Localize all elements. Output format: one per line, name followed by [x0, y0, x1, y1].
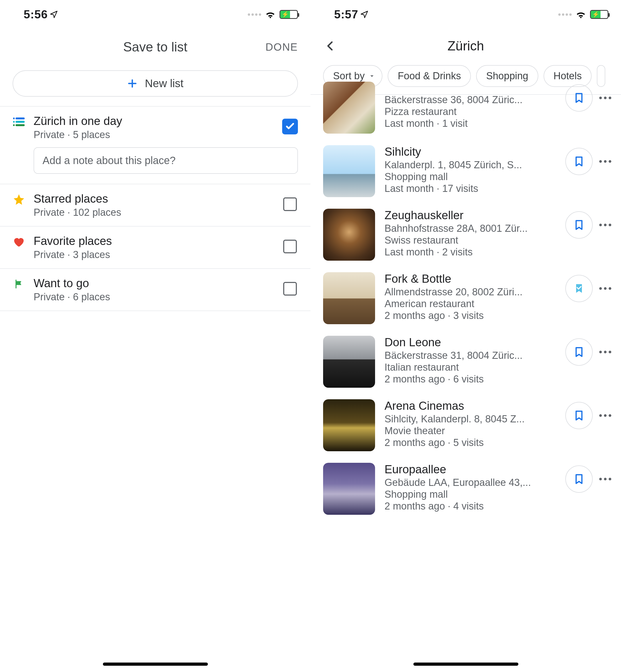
- bookmark-button[interactable]: [565, 84, 593, 112]
- place-meta: 2 months ago · 5 visits: [384, 437, 556, 448]
- bookmark-button[interactable]: [565, 465, 593, 493]
- place-row[interactable]: Europaallee Gebäude LAA, Europaallee 43,…: [310, 457, 621, 520]
- place-meta: Last month · 2 visits: [384, 247, 556, 258]
- place-category: Pizza restaurant: [384, 106, 556, 117]
- checkbox-empty-icon: [283, 240, 297, 253]
- list-title: Starred places: [34, 192, 274, 205]
- status-bar: 5:56 ⚡: [0, 0, 310, 29]
- list-row[interactable]: Zürich in one day Private · 5 places Add…: [0, 106, 310, 184]
- charging-icon: ⚡: [282, 11, 289, 18]
- back-button[interactable]: [323, 39, 338, 53]
- place-category: Shopping mall: [384, 489, 556, 500]
- bookmark-button[interactable]: [565, 338, 593, 366]
- checkbox-empty-icon: [283, 282, 297, 296]
- caret-down-icon: [369, 73, 375, 79]
- place-name: Arena Cinemas: [384, 399, 556, 412]
- more-button[interactable]: [599, 287, 612, 290]
- more-button[interactable]: [599, 97, 612, 99]
- bookmark-icon: [573, 92, 585, 104]
- place-row[interactable]: Arena Cinemas Sihlcity, Kalanderpl. 8, 8…: [310, 393, 621, 457]
- chevron-left-icon: [325, 40, 336, 52]
- status-time-text: 5:57: [334, 8, 358, 21]
- place-meta: 2 months ago · 6 visits: [384, 374, 556, 385]
- new-list-label: New list: [145, 77, 183, 90]
- bookmark-button[interactable]: [565, 148, 593, 175]
- status-right: ⚡: [558, 9, 609, 20]
- status-time: 5:57: [334, 8, 368, 21]
- more-button[interactable]: [599, 414, 612, 417]
- svg-rect-0: [15, 118, 25, 119]
- home-indicator[interactable]: [103, 663, 208, 666]
- status-right: ⚡: [248, 9, 298, 20]
- place-category: American restaurant: [384, 298, 556, 309]
- bookmark-icon: [573, 219, 585, 231]
- place-name: Fork & Bottle: [384, 272, 556, 285]
- status-bar: 5:57 ⚡: [310, 0, 621, 29]
- page-title: Save to list: [123, 39, 188, 54]
- flag-icon: [12, 278, 25, 290]
- star-icon: [12, 193, 25, 206]
- list-row[interactable]: Want to go Private · 6 places: [0, 268, 310, 311]
- cell-signal-icon: [558, 13, 572, 16]
- home-indicator[interactable]: [413, 663, 519, 666]
- checkbox[interactable]: [282, 281, 298, 297]
- place-row[interactable]: Fork & Bottle Allmendstrasse 20, 8002 Zü…: [310, 266, 621, 330]
- place-category: Swiss restaurant: [384, 235, 556, 246]
- done-button[interactable]: DONE: [265, 41, 298, 53]
- list-row[interactable]: Starred places Private · 102 places: [0, 184, 310, 226]
- place-row[interactable]: Sihlcity Kalanderpl. 1, 8045 Zürich, S..…: [310, 139, 621, 203]
- place-address: Sihlcity, Kalanderpl. 8, 8045 Z...: [384, 413, 556, 425]
- list-subtitle: Private · 6 places: [34, 291, 274, 303]
- place-name: Zeughauskeller: [384, 209, 556, 222]
- place-row[interactable]: Zeughauskeller Bahnhofstrasse 28A, 8001 …: [310, 203, 621, 266]
- place-address: Bäckerstrasse 36, 8004 Züric...: [384, 94, 556, 106]
- place-category: Movie theater: [384, 425, 556, 436]
- heart-icon: [12, 236, 25, 248]
- status-time-text: 5:56: [24, 8, 48, 21]
- battery-icon: ⚡: [590, 10, 609, 19]
- places-list: . Bäckerstrasse 36, 8004 Züric... Pizza …: [310, 94, 621, 520]
- chip-label: Shopping: [486, 70, 528, 82]
- bookmark-button[interactable]: [565, 402, 593, 429]
- more-button[interactable]: [599, 351, 612, 353]
- chip-label: Sort by: [333, 70, 365, 82]
- place-category: Italian restaurant: [384, 362, 556, 373]
- chip-label: Food & Drinks: [398, 70, 461, 82]
- note-input[interactable]: Add a note about this place?: [34, 147, 298, 174]
- list-title: Zürich in one day: [34, 115, 274, 128]
- svg-rect-1: [15, 121, 25, 123]
- place-thumbnail: [323, 209, 375, 261]
- checkbox[interactable]: [282, 196, 298, 212]
- more-button[interactable]: [599, 160, 612, 163]
- place-address: Bahnhofstrasse 28A, 8001 Zür...: [384, 223, 556, 234]
- place-thumbnail: [323, 272, 375, 324]
- screen-zurich-list: 5:57 ⚡ Zürich Sort by Food & Drinks Shop…: [310, 0, 621, 672]
- place-row[interactable]: Don Leone Bäckerstrasse 31, 8004 Züric..…: [310, 330, 621, 393]
- header: Save to list DONE: [0, 29, 310, 65]
- wifi-icon: [265, 9, 276, 20]
- place-address: Gebäude LAA, Europaallee 43,...: [384, 477, 556, 488]
- bookmark-icon: [573, 156, 585, 167]
- place-meta: Last month · 17 visits: [384, 183, 556, 194]
- bookmark-button[interactable]: [565, 211, 593, 239]
- cell-signal-icon: [248, 13, 261, 16]
- checkbox[interactable]: [282, 119, 298, 134]
- list-row[interactable]: Favorite places Private · 3 places: [0, 226, 310, 268]
- place-meta: 2 months ago · 3 visits: [384, 310, 556, 321]
- checkbox[interactable]: [282, 239, 298, 254]
- new-list-button[interactable]: New list: [12, 70, 298, 97]
- place-thumbnail: [323, 399, 375, 451]
- more-button[interactable]: [599, 224, 612, 226]
- page-title: Zürich: [338, 38, 594, 53]
- place-name: Don Leone: [384, 336, 556, 349]
- svg-point-5: [13, 124, 15, 126]
- checkbox-empty-icon: [283, 198, 297, 211]
- place-row[interactable]: . Bäckerstrasse 36, 8004 Züric... Pizza …: [310, 82, 621, 139]
- place-thumbnail: [323, 336, 375, 388]
- battery-icon: ⚡: [280, 10, 298, 19]
- list-subtitle: Private · 102 places: [34, 207, 274, 218]
- bookmark-button[interactable]: [565, 275, 593, 302]
- place-thumbnail: [323, 145, 375, 197]
- more-button[interactable]: [599, 478, 612, 480]
- place-meta: Last month · 1 visit: [384, 118, 556, 129]
